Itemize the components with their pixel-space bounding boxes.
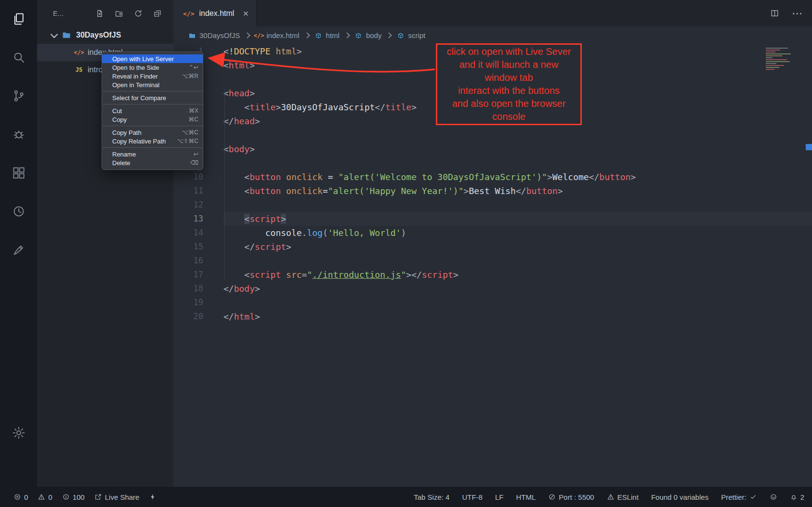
line-content: </html> [223,310,812,324]
problems-errors[interactable]: 0 [13,493,28,501]
status-label: Found 0 variables [651,493,708,501]
code-line: 18</body> [173,282,812,296]
status-label: LF [495,493,504,501]
code-line: 14 console.log('Hello, World') [173,226,812,240]
problems-info[interactable]: 100 [62,493,85,501]
symbol-cube-icon [396,32,405,39]
close-icon[interactable]: × [243,9,249,18]
tab-index-html[interactable]: </> index.html × [173,0,257,26]
live-share[interactable]: Live Share [94,493,140,501]
breadcrumb-label: body [366,31,382,39]
minimap[interactable] [764,46,805,72]
status-label: 0 [24,493,28,501]
problems-warnings[interactable]: 0 [38,493,52,501]
html-file-icon: </> [255,32,263,39]
annotation-text: click on open with Live Severand it will… [437,45,580,123]
found-variables[interactable]: Found 0 variables [651,493,708,501]
js-file-icon: JS [75,66,83,73]
explorer-title: E... [53,10,64,17]
line-content: <script> [223,212,812,226]
menu-item-reveal-in-finder[interactable]: Reveal in Finder⌥⌘R [102,72,203,80]
menu-item-copy[interactable]: Copy⌘C [102,115,203,124]
activity-source-control-button[interactable] [0,83,37,108]
tab-size[interactable]: Tab Size: 4 [414,493,449,501]
line-number: 16 [173,254,203,268]
activity-explorer-button[interactable] [0,6,37,31]
breadcrumb-label: 30DaysOfJS [199,31,240,39]
code-line: 10 <button onclick = "alert('Welcome to … [173,170,812,184]
menu-item-open-in-terminal[interactable]: Open in Terminal [102,80,203,89]
annotation-line: click on open with Live Sever [437,45,580,58]
live-server-port[interactable]: Port : 5500 [548,493,594,501]
menu-item-label: Copy [112,116,127,123]
breadcrumb-item-script[interactable]: script [396,31,425,39]
activity-search-button[interactable] [0,45,37,70]
info-icon [62,493,70,501]
html-file-icon: </> [183,9,194,18]
refresh-explorer-button[interactable] [134,9,143,18]
line-number: 19 [173,296,203,310]
menu-item-copy-path[interactable]: Copy Path⌥⌘C [102,128,203,137]
split-editor-icon[interactable] [770,9,779,18]
language-mode[interactable]: HTML [516,493,536,501]
code-line: 12 [173,198,812,212]
files-icon [12,12,26,26]
tab-label: index.html [199,9,234,18]
line-content [223,128,812,142]
collapse-folders-button[interactable] [153,9,162,18]
breadcrumb-item-index-html[interactable]: </>index.html [255,31,299,39]
menu-item-shortcut: ↩ [194,151,198,157]
vscode-window: E... 30DaysOfJS </>index.htmlJSintroduct… [0,0,812,507]
menu-item-delete[interactable]: Delete⌫ [102,158,203,167]
eslint[interactable]: ESLint [607,493,639,501]
more-actions-icon[interactable]: ⋯ [792,8,802,19]
notifications[interactable]: 2 [790,493,804,501]
line-number: 11 [173,184,203,198]
menu-separator [103,104,202,104]
new-folder-button[interactable] [115,9,123,18]
new-file-icon [95,9,104,18]
menu-item-cut[interactable]: Cut⌘X [102,106,203,115]
menu-item-label: Cut [112,107,122,115]
menu-separator [103,147,202,148]
menu-item-select-for-compare[interactable]: Select for Compare [102,93,203,102]
annotation-line: and it will launch a new [437,58,580,71]
activity-clock-button[interactable] [0,199,37,224]
overview-ruler-marker [806,144,812,150]
prettier[interactable]: Prettier: [721,493,757,501]
status-label: Port : 5500 [559,493,594,501]
activity-run-debug-button[interactable] [0,122,37,147]
feedback-smiley[interactable] [770,493,777,501]
encoding[interactable]: UTF-8 [462,493,483,501]
menu-separator [103,126,202,126]
status-label: Prettier: [721,493,747,501]
activity-extensions-button[interactable] [0,160,37,185]
search-icon [12,50,26,65]
refresh-icon [134,9,143,18]
activity-feedback-button[interactable] [0,237,37,262]
new-file-button[interactable] [95,9,104,18]
end-of-line[interactable]: LF [495,493,504,501]
menu-item-shortcut: ⌘C [188,116,198,123]
root-folder-label: 30DaysOfJS [76,31,121,39]
breadcrumb-item-body[interactable]: body [354,31,382,39]
menu-item-rename[interactable]: Rename↩ [102,150,203,158]
breadcrumb-item-30daysofjs[interactable]: 30DaysOfJS [188,31,240,39]
check-icon [749,493,757,501]
menu-item-shortcut: ⌫ [190,159,198,166]
line-number: 15 [173,240,203,254]
breadcrumb-label: index.html [266,31,299,39]
code-line: 8<body> [173,142,812,156]
quick-actions[interactable] [149,493,157,501]
breadcrumb-item-html[interactable]: html [314,31,340,39]
tree-root-folder[interactable]: 30DaysOfJS [37,26,173,44]
activity-settings-button[interactable] [0,420,37,445]
line-number: 20 [173,310,203,324]
line-number: 18 [173,282,203,296]
explorer-actions [95,9,162,18]
menu-item-shortcut: ⌥⇧⌘C [177,138,198,144]
menu-item-open-to-the-side[interactable]: Open to the Side⌃↩ [102,63,203,72]
code-line: 19 [173,296,812,310]
menu-item-copy-relative-path[interactable]: Copy Relative Path⌥⇧⌘C [102,137,203,145]
menu-item-open-with-live-server[interactable]: Open with Live Server [102,54,203,63]
